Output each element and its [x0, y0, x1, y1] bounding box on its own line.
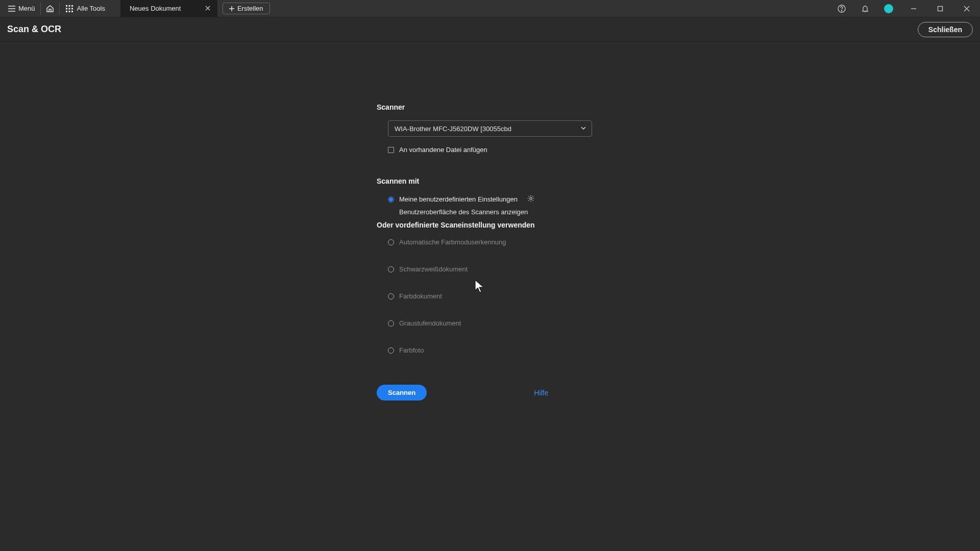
append-checkbox-label: An vorhandene Datei anfügen: [399, 146, 487, 154]
all-tools-label: Alle Tools: [77, 5, 105, 12]
window-close-button[interactable]: [957, 2, 977, 15]
all-tools-button[interactable]: Alle Tools: [60, 3, 111, 15]
radio-bw-document-label: Schwarzweißdokument: [399, 265, 468, 273]
radio-color-document-input[interactable]: [388, 293, 394, 299]
custom-settings-gear-button[interactable]: [527, 194, 535, 204]
help-button[interactable]: [833, 2, 850, 15]
chevron-down-icon: [580, 124, 586, 133]
hamburger-icon: [8, 6, 15, 12]
scan-button[interactable]: Scannen: [377, 385, 427, 400]
radio-auto-color-input[interactable]: [388, 239, 394, 245]
home-button[interactable]: [41, 3, 60, 15]
svg-rect-5: [71, 8, 73, 9]
minimize-icon: [911, 6, 917, 12]
gear-icon: [527, 194, 535, 203]
tab-close-button[interactable]: [205, 5, 210, 12]
radio-grayscale-document[interactable]: Graustufendokument: [388, 319, 663, 327]
tab-title: Neues Dokument: [130, 5, 181, 12]
maximize-icon: [937, 6, 943, 12]
create-button[interactable]: Erstellen: [223, 3, 270, 14]
bell-icon: [861, 5, 869, 13]
svg-rect-6: [66, 11, 67, 12]
svg-rect-1: [68, 5, 70, 7]
create-label: Erstellen: [237, 5, 263, 12]
svg-point-12: [530, 197, 532, 199]
window-minimize-button[interactable]: [903, 2, 924, 15]
titlebar-left: Menü Alle Tools: [3, 3, 111, 15]
menu-label: Menü: [18, 5, 35, 12]
scan-button-label: Scannen: [388, 389, 415, 396]
radio-auto-color-label: Automatische Farbmoduserkennung: [399, 238, 506, 246]
document-tab[interactable]: Neues Dokument: [120, 0, 217, 17]
svg-rect-4: [68, 8, 70, 9]
scanner-selected-value: WIA-Brother MFC-J5620DW [30055cbd: [395, 125, 511, 133]
radio-custom-label: Meine benutzerdefinierten Einstellungen: [399, 195, 518, 203]
radio-auto-color[interactable]: Automatische Farbmoduserkennung: [388, 238, 663, 246]
svg-rect-8: [71, 11, 73, 12]
append-checkbox[interactable]: [388, 147, 394, 153]
notifications-button[interactable]: [856, 2, 874, 15]
toolbar: Scan & OCR Schließen: [0, 17, 980, 42]
help-icon: [838, 5, 846, 13]
append-checkbox-row[interactable]: An vorhandene Datei anfügen: [388, 146, 663, 154]
close-icon: [205, 6, 210, 11]
svg-point-10: [841, 10, 842, 11]
radio-bw-document-input[interactable]: [388, 266, 394, 272]
radio-bw-document[interactable]: Schwarzweißdokument: [388, 265, 663, 273]
form-button-row: Scannen Hilfe: [377, 385, 663, 400]
radio-color-document[interactable]: Farbdokument: [388, 292, 663, 300]
help-link[interactable]: Hilfe: [534, 389, 548, 397]
scanner-select[interactable]: WIA-Brother MFC-J5620DW [30055cbd: [388, 120, 592, 137]
window-maximize-button[interactable]: [930, 2, 950, 15]
radio-color-photo-input[interactable]: [388, 347, 394, 354]
svg-rect-0: [66, 5, 67, 7]
account-button[interactable]: [880, 2, 897, 15]
grid-icon: [66, 5, 73, 12]
radio-custom-settings-input[interactable]: [388, 196, 394, 203]
radio-grayscale-document-label: Graustufendokument: [399, 319, 461, 327]
scan-with-section-label: Scannen mit: [377, 177, 663, 185]
radio-color-photo-label: Farbfoto: [399, 346, 424, 354]
titlebar: Menü Alle Tools Neues Dokument Erstellen: [0, 0, 980, 17]
preset-header: Oder vordefinierte Scaneinstellung verwe…: [377, 221, 663, 229]
close-panel-label: Schließen: [928, 26, 962, 34]
titlebar-right: [833, 2, 977, 15]
svg-rect-7: [68, 11, 70, 12]
menu-button[interactable]: Menü: [3, 3, 41, 15]
help-link-label: Hilfe: [534, 389, 548, 397]
plus-icon: [229, 6, 234, 11]
scan-form: Scanner WIA-Brother MFC-J5620DW [30055cb…: [377, 103, 663, 400]
svg-rect-2: [71, 5, 73, 7]
radio-custom-settings[interactable]: Meine benutzerdefinierten Einstellungen: [388, 194, 663, 204]
scanner-section-label: Scanner: [377, 103, 663, 111]
radio-color-photo[interactable]: Farbfoto: [388, 346, 663, 354]
svg-rect-3: [66, 8, 67, 9]
main-content: Scanner WIA-Brother MFC-J5620DW [30055cb…: [0, 42, 980, 400]
page-title: Scan & OCR: [7, 24, 61, 35]
radio-color-document-label: Farbdokument: [399, 292, 442, 300]
avatar-icon: [884, 4, 893, 13]
close-icon: [964, 6, 970, 12]
custom-settings-subtext: Benutzeroberfläche des Scanners anzeigen: [399, 208, 663, 216]
svg-rect-11: [938, 6, 943, 11]
home-icon: [46, 5, 54, 13]
close-panel-button[interactable]: Schließen: [918, 22, 973, 37]
radio-grayscale-document-input[interactable]: [388, 320, 394, 327]
